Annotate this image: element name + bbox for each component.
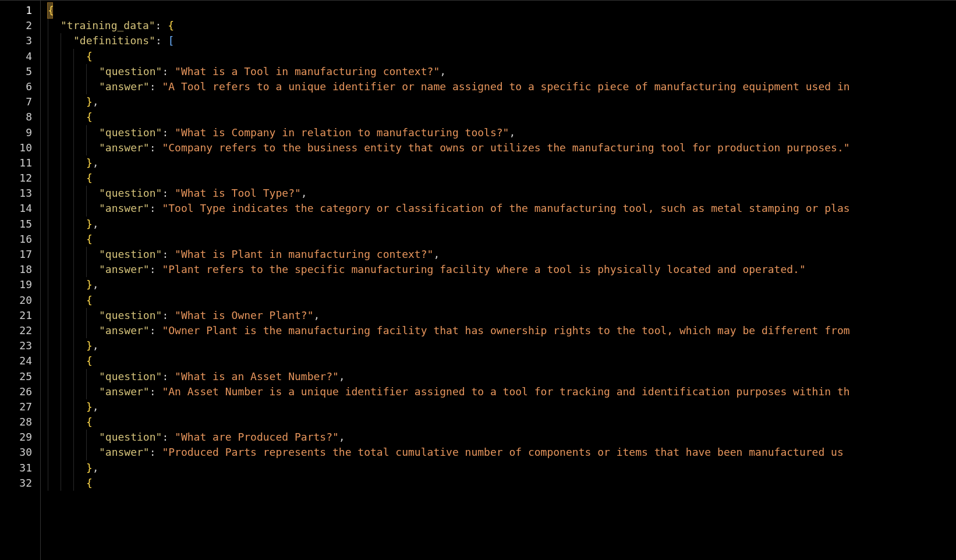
code-line[interactable]: "question": "What is Plant in manufactur… bbox=[48, 247, 956, 262]
token-key: "question" bbox=[99, 65, 162, 77]
line-number: 16 bbox=[0, 232, 40, 247]
token-punc: , bbox=[93, 218, 99, 230]
token-brace: } bbox=[86, 278, 93, 290]
code-line[interactable]: { bbox=[48, 49, 956, 64]
token-punc: , bbox=[93, 157, 99, 169]
code-line[interactable]: "answer": "Produced Parts represents the… bbox=[48, 445, 956, 460]
token-brace: } bbox=[86, 95, 93, 108]
code-line[interactable]: { bbox=[48, 293, 956, 308]
token-key: "answer" bbox=[99, 263, 150, 275]
token-brace: { bbox=[86, 172, 93, 184]
code-line[interactable]: "question": "What is a Tool in manufactu… bbox=[48, 64, 956, 79]
token-punc: , bbox=[313, 309, 320, 321]
token-punc: , bbox=[93, 339, 99, 352]
line-number: 2 bbox=[0, 18, 40, 33]
code-line[interactable]: "question": "What is Owner Plant?", bbox=[48, 308, 956, 323]
token-punc: : bbox=[162, 126, 175, 139]
code-line[interactable]: { bbox=[48, 232, 956, 247]
line-number: 25 bbox=[0, 369, 40, 384]
code-line[interactable]: { bbox=[48, 171, 956, 186]
code-line[interactable]: "answer": "Tool Type indicates the categ… bbox=[48, 201, 956, 216]
token-brace: } bbox=[86, 339, 93, 352]
token-str: "What is Company in relation to manufact… bbox=[175, 126, 509, 139]
token-key: "question" bbox=[99, 370, 162, 382]
code-line[interactable]: }, bbox=[48, 94, 956, 109]
token-punc: , bbox=[93, 278, 99, 290]
token-punc: : bbox=[155, 19, 168, 31]
code-line[interactable]: { bbox=[48, 353, 956, 368]
token-str: "What is Tool Type?" bbox=[175, 187, 301, 199]
token-punc: , bbox=[301, 187, 307, 199]
code-line[interactable]: "answer": "An Asset Number is a unique i… bbox=[48, 384, 956, 399]
token-key: "answer" bbox=[99, 324, 150, 336]
token-punc: : bbox=[150, 80, 162, 93]
token-brace: { bbox=[86, 477, 93, 489]
token-brace: } bbox=[86, 462, 93, 474]
token-str: "Owner Plant is the manufacturing facili… bbox=[162, 324, 849, 336]
token-punc: , bbox=[339, 370, 345, 382]
code-area[interactable]: {"training_data": {"definitions": [{"que… bbox=[41, 1, 956, 560]
code-line[interactable]: "training_data": { bbox=[48, 18, 956, 33]
token-brace: { bbox=[86, 416, 93, 428]
token-punc: , bbox=[93, 95, 99, 108]
token-str: "What is Plant in manufacturing context?… bbox=[175, 248, 433, 260]
line-number: 4 bbox=[0, 49, 40, 64]
token-str: "An Asset Number is a unique identifier … bbox=[162, 385, 849, 398]
code-line[interactable]: }, bbox=[48, 277, 956, 292]
token-punc: : bbox=[162, 431, 175, 443]
token-key: "answer" bbox=[99, 80, 150, 93]
code-line[interactable]: "question": "What is an Asset Number?", bbox=[48, 369, 956, 384]
line-number: 3 bbox=[0, 33, 40, 48]
token-key: "training_data" bbox=[61, 19, 155, 31]
token-punc: : bbox=[150, 141, 162, 154]
code-line[interactable]: "answer": "Owner Plant is the manufactur… bbox=[48, 323, 956, 338]
code-line[interactable]: }, bbox=[48, 338, 956, 353]
token-punc: : bbox=[150, 385, 162, 398]
token-str: "What are Produced Parts?" bbox=[175, 431, 339, 443]
token-str: "What is a Tool in manufacturing context… bbox=[175, 65, 440, 77]
code-line[interactable]: "answer": "Company refers to the busines… bbox=[48, 140, 956, 155]
line-number: 24 bbox=[0, 353, 40, 368]
code-line[interactable]: "question": "What is Company in relation… bbox=[48, 125, 956, 140]
token-punc: , bbox=[433, 248, 440, 260]
line-number: 10 bbox=[0, 140, 40, 155]
token-punc: : bbox=[150, 324, 162, 336]
token-key: "question" bbox=[99, 309, 162, 321]
line-number: 23 bbox=[0, 338, 40, 353]
code-line[interactable]: }, bbox=[48, 399, 956, 414]
line-number: 31 bbox=[0, 460, 40, 476]
line-number: 30 bbox=[0, 445, 40, 460]
token-brace: } bbox=[86, 400, 93, 413]
token-punc: : bbox=[162, 309, 175, 321]
code-line[interactable]: { bbox=[48, 3, 956, 18]
code-line[interactable]: }, bbox=[48, 217, 956, 232]
line-number: 11 bbox=[0, 155, 40, 171]
line-number: 32 bbox=[0, 476, 40, 491]
token-punc: , bbox=[93, 462, 99, 474]
token-key: "answer" bbox=[99, 385, 150, 398]
token-key: "answer" bbox=[99, 202, 150, 214]
token-punc: , bbox=[93, 400, 99, 413]
line-number: 15 bbox=[0, 217, 40, 232]
code-line[interactable]: "answer": "A Tool refers to a unique ide… bbox=[48, 79, 956, 94]
line-number-gutter: 1234567891011121314151617181920212223242… bbox=[0, 1, 41, 560]
code-line[interactable]: { bbox=[48, 414, 956, 430]
line-number: 12 bbox=[0, 171, 40, 186]
code-line[interactable]: }, bbox=[48, 460, 956, 476]
code-line[interactable]: "answer": "Plant refers to the specific … bbox=[48, 262, 956, 277]
code-editor[interactable]: 1234567891011121314151617181920212223242… bbox=[0, 0, 956, 560]
line-number: 9 bbox=[0, 125, 40, 140]
token-brace: { bbox=[86, 50, 93, 62]
line-number: 27 bbox=[0, 399, 40, 414]
line-number: 1 bbox=[0, 3, 40, 18]
token-key: "question" bbox=[99, 248, 162, 260]
code-line[interactable]: { bbox=[48, 476, 956, 491]
token-punc: : bbox=[162, 187, 175, 199]
code-line[interactable]: }, bbox=[48, 155, 956, 171]
code-line[interactable]: "question": "What is Tool Type?", bbox=[48, 186, 956, 201]
line-number: 14 bbox=[0, 201, 40, 216]
code-line[interactable]: "question": "What are Produced Parts?", bbox=[48, 430, 956, 445]
token-brace: } bbox=[86, 218, 93, 230]
code-line[interactable]: { bbox=[48, 109, 956, 125]
code-line[interactable]: "definitions": [ bbox=[48, 33, 956, 48]
